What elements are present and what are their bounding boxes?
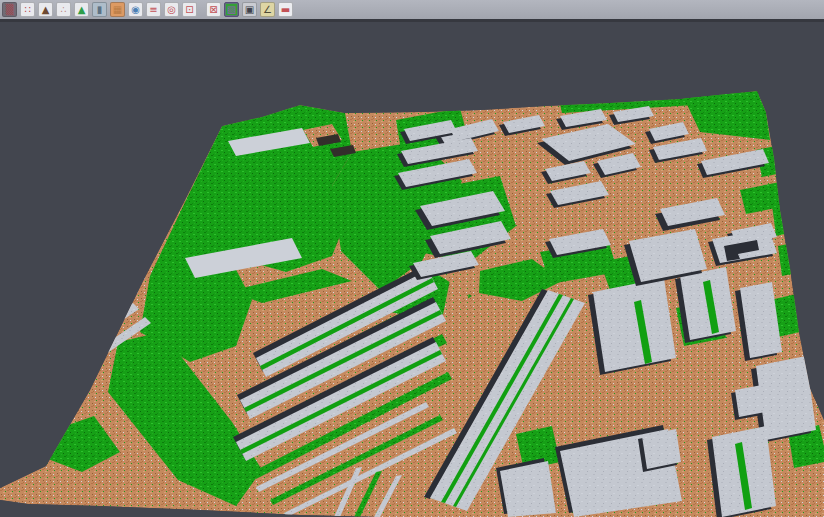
- clear-view-icon[interactable]: ⊠: [206, 2, 221, 17]
- layers-list-icon[interactable]: ≡: [146, 2, 161, 17]
- point-cloud-icon[interactable]: ▒: [2, 2, 17, 17]
- building-roof: [642, 429, 681, 469]
- building-roof: [735, 385, 766, 417]
- canopy-surface-icon[interactable]: ▲: [74, 2, 89, 17]
- building-roof: [500, 461, 556, 517]
- viewport-3d[interactable]: [0, 25, 824, 517]
- measure-height-icon[interactable]: ▬: [278, 2, 293, 17]
- bare-earth-surface-icon[interactable]: ▲: [38, 2, 53, 17]
- orbit-globe-icon[interactable]: ◉: [128, 2, 143, 17]
- building-roof: [593, 278, 676, 372]
- measure-angle-icon[interactable]: ∠: [260, 2, 275, 17]
- sample-points-icon[interactable]: ∴: [56, 2, 71, 17]
- scatter-points-icon[interactable]: ∷: [20, 2, 35, 17]
- zoom-extents-icon[interactable]: ⊡: [182, 2, 197, 17]
- lidar-viewer-window: { "toolbar": { "icons": [ {"name":"point…: [0, 0, 824, 517]
- surface-grid-icon[interactable]: ▦: [110, 2, 125, 17]
- camera-view-icon[interactable]: ▣: [242, 2, 257, 17]
- slice-view-icon[interactable]: ▮: [92, 2, 107, 17]
- target-point-icon[interactable]: ◎: [164, 2, 179, 17]
- main-toolbar: ▒∷▲∴▲▮▦◉≡◎⊡⊠▧▣∠▬: [0, 0, 824, 22]
- classification-colors-icon[interactable]: ▧: [224, 2, 239, 17]
- point-cloud-render: [0, 25, 824, 517]
